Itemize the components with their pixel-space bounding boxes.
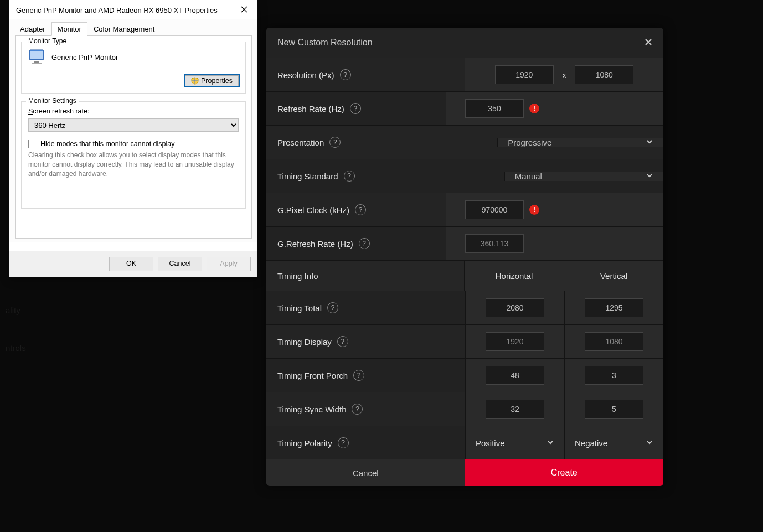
timing-standard-dropdown[interactable]: Manual xyxy=(504,172,663,181)
sync-width-v-input[interactable] xyxy=(585,400,643,419)
resolution-height-input[interactable] xyxy=(575,65,633,84)
help-icon[interactable]: ? xyxy=(338,437,349,448)
tab-strip: Adapter Monitor Color Management xyxy=(14,22,252,36)
help-icon[interactable]: ? xyxy=(329,137,341,148)
dialog-title: Generic PnP Monitor and AMD Radeon RX 69… xyxy=(16,6,218,14)
ok-button[interactable]: OK xyxy=(109,257,153,271)
dialog-footer: OK Cancel Apply xyxy=(9,251,257,277)
timing-info-header: Timing Info Horizontal Vertical xyxy=(266,260,663,291)
svg-rect-3 xyxy=(32,63,42,64)
timing-total-h-input[interactable] xyxy=(486,298,544,317)
monitor-settings-label: Monitor Settings xyxy=(26,97,79,105)
row-refresh-rate: Refresh Rate (Hz) ? ! xyxy=(266,91,663,125)
dialog-titlebar: Generic PnP Monitor and AMD Radeon RX 69… xyxy=(9,0,257,19)
monitor-properties-dialog: Generic PnP Monitor and AMD Radeon RX 69… xyxy=(9,0,257,277)
chevron-down-icon xyxy=(646,438,653,448)
chevron-down-icon xyxy=(646,138,653,147)
chevron-down-icon xyxy=(547,438,554,448)
timing-standard-label: Timing Standard xyxy=(277,172,338,181)
help-icon[interactable]: ? xyxy=(350,103,361,114)
bg-ghost-text: ntrols xyxy=(6,343,26,353)
monitor-type-label: Monitor Type xyxy=(26,37,69,45)
row-presentation: Presentation ? Progressive xyxy=(266,125,663,159)
help-icon[interactable]: ? xyxy=(337,336,348,347)
close-icon[interactable] xyxy=(236,4,252,16)
pixel-clock-label: G.Pixel Clock (kHz) xyxy=(277,205,349,215)
svg-rect-2 xyxy=(34,61,39,63)
resolution-x-label: x xyxy=(563,71,566,79)
chevron-down-icon xyxy=(646,172,653,181)
properties-button-label: Properties xyxy=(201,77,233,85)
row-timing-standard: Timing Standard ? Manual xyxy=(266,159,663,193)
hide-modes-checkbox[interactable] xyxy=(28,140,37,148)
help-icon[interactable]: ? xyxy=(344,171,355,182)
polarity-h-dropdown[interactable]: Positive xyxy=(476,438,505,448)
front-porch-h-input[interactable] xyxy=(486,366,544,385)
timing-polarity-label: Timing Polarity xyxy=(277,438,332,448)
timing-front-porch-label: Timing Front Porch xyxy=(277,371,348,380)
svg-rect-1 xyxy=(30,51,43,59)
apply-button[interactable]: Apply xyxy=(207,257,251,271)
resolution-width-input[interactable] xyxy=(495,65,554,84)
g-refresh-input xyxy=(465,234,524,253)
row-g-refresh: G.Refresh Rate (Hz) ? xyxy=(266,226,663,260)
shield-icon xyxy=(191,77,199,85)
refresh-rate-label: Screen refresh rate: xyxy=(28,107,239,115)
warning-icon: ! xyxy=(529,205,539,215)
timing-display-label: Timing Display xyxy=(277,337,332,347)
row-timing-sync-width: Timing Sync Width ? xyxy=(266,392,663,426)
timing-standard-value: Manual xyxy=(515,172,542,181)
cancel-button[interactable]: Cancel xyxy=(266,459,465,486)
help-icon[interactable]: ? xyxy=(352,404,363,415)
timing-display-v-input xyxy=(585,332,643,351)
polarity-v-dropdown[interactable]: Negative xyxy=(575,438,607,448)
help-icon[interactable]: ? xyxy=(355,204,366,215)
pixel-clock-input[interactable] xyxy=(465,200,524,219)
cancel-button[interactable]: Cancel xyxy=(158,257,202,271)
row-pixel-clock: G.Pixel Clock (kHz) ? ! xyxy=(266,193,663,226)
timing-sync-width-label: Timing Sync Width xyxy=(277,405,346,414)
create-button[interactable]: Create xyxy=(465,459,664,486)
refresh-rate-select[interactable]: 360 Hertz xyxy=(28,118,239,132)
bg-ghost-text: ality xyxy=(6,306,20,315)
vertical-col-label: Vertical xyxy=(564,261,663,291)
row-timing-display: Timing Display ? xyxy=(266,324,663,358)
monitor-type-fieldset: Monitor Type Generic PnP Monitor xyxy=(21,42,246,94)
tab-color-management[interactable]: Color Management xyxy=(87,22,161,36)
hide-modes-label: Hide modes that this monitor cannot disp… xyxy=(40,140,175,148)
timing-total-label: Timing Total xyxy=(277,303,322,313)
resolution-label: Resolution (Px) xyxy=(277,70,334,80)
panel-title: New Custom Resolution xyxy=(277,38,373,48)
horizontal-col-label: Horizontal xyxy=(464,261,564,291)
row-timing-front-porch: Timing Front Porch ? xyxy=(266,358,663,392)
timing-info-label: Timing Info xyxy=(266,261,464,291)
timing-display-h-input xyxy=(486,332,544,351)
sync-width-h-input[interactable] xyxy=(486,400,544,419)
monitor-icon xyxy=(28,49,46,65)
row-timing-total: Timing Total ? xyxy=(266,291,663,324)
dialog-body: Adapter Monitor Color Management Monitor… xyxy=(9,19,257,242)
timing-total-v-input[interactable] xyxy=(585,298,643,317)
tab-monitor[interactable]: Monitor xyxy=(51,22,87,36)
row-resolution: Resolution (Px) ? x xyxy=(266,58,663,91)
presentation-value: Progressive xyxy=(508,138,551,147)
help-icon[interactable]: ? xyxy=(327,302,338,313)
warning-icon: ! xyxy=(529,104,539,113)
presentation-label: Presentation xyxy=(277,138,324,147)
help-icon[interactable]: ? xyxy=(340,69,351,80)
presentation-dropdown[interactable]: Progressive xyxy=(497,138,663,147)
help-icon[interactable]: ? xyxy=(353,370,364,381)
custom-resolution-panel: New Custom Resolution Resolution (Px) ? … xyxy=(266,28,663,486)
tab-panel-monitor: Monitor Type Generic PnP Monitor xyxy=(15,35,252,239)
panel-footer: Cancel Create xyxy=(266,459,663,486)
row-timing-polarity: Timing Polarity ? Positive Negative xyxy=(266,426,663,459)
close-icon[interactable] xyxy=(645,38,652,48)
refresh-rate-label: Refresh Rate (Hz) xyxy=(277,104,344,113)
help-icon[interactable]: ? xyxy=(359,238,370,249)
hide-modes-help: Clearing this check box allows you to se… xyxy=(28,151,239,178)
hide-modes-row: Hide modes that this monitor cannot disp… xyxy=(28,140,239,148)
refresh-rate-input[interactable] xyxy=(465,99,524,118)
properties-button[interactable]: Properties xyxy=(185,75,239,86)
front-porch-v-input[interactable] xyxy=(585,366,643,385)
tab-adapter[interactable]: Adapter xyxy=(14,22,51,36)
